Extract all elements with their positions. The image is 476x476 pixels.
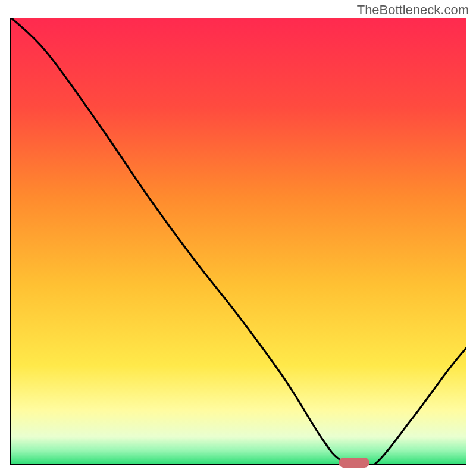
plot-area xyxy=(10,18,466,465)
optimal-range-marker xyxy=(339,458,369,468)
bottleneck-curve xyxy=(11,18,466,464)
watermark-text: TheBottleneck.com xyxy=(357,2,469,18)
